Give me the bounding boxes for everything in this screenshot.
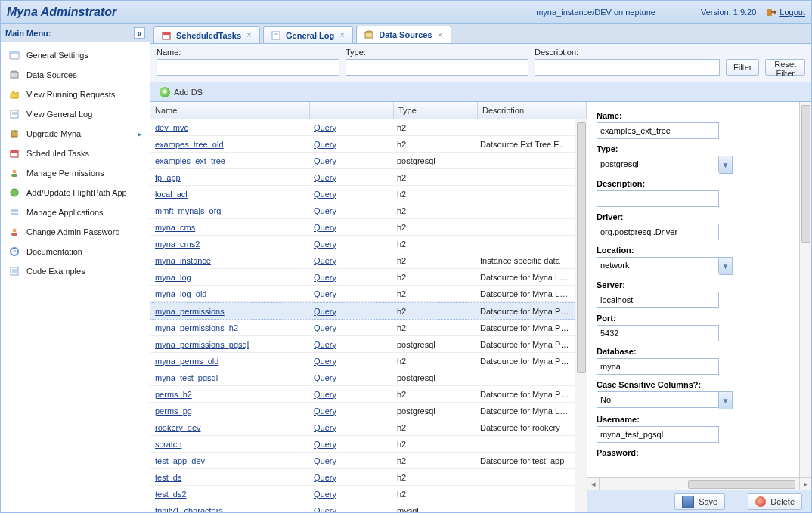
reset-filter-button[interactable]: Reset Filter: [765, 59, 805, 76]
ds-name-link[interactable]: test_ds2: [155, 490, 187, 499]
tab-data-sources[interactable]: Data Sources×: [356, 26, 451, 43]
ds-query-link[interactable]: Query: [314, 289, 336, 298]
ds-name-link[interactable]: myna_test_pgsql: [155, 373, 218, 382]
filter-desc-input[interactable]: [535, 59, 720, 76]
sidebar-item-view-running-requests[interactable]: View Running Requests: [1, 85, 150, 104]
ds-name-link[interactable]: myna_cms2: [155, 240, 200, 249]
ds-query-link[interactable]: Query: [314, 456, 336, 465]
form-vscrollbar[interactable]: [799, 102, 811, 477]
ds-name-link[interactable]: myna_permissions_pgsql: [155, 340, 249, 349]
form-server-input[interactable]: [597, 292, 719, 308]
table-row[interactable]: examples_ext_treeQuerypostgresql: [150, 153, 575, 169]
ds-query-link[interactable]: Query: [314, 406, 336, 416]
sidebar-collapse-icon[interactable]: «: [134, 27, 145, 39]
ds-name-link[interactable]: myna_cms: [155, 223, 195, 232]
table-row[interactable]: myna_cmsQueryh2: [150, 219, 575, 236]
ds-name-link[interactable]: examples_ext_tree: [155, 156, 225, 165]
ds-query-link[interactable]: Query: [314, 473, 336, 482]
form-username-input[interactable]: [597, 426, 719, 443]
form-port-input[interactable]: [597, 325, 719, 341]
table-row[interactable]: myna_cms2Queryh2: [150, 236, 575, 252]
form-case-select[interactable]: [597, 391, 719, 408]
table-row[interactable]: myna_permissions_pgsqlQuerypostgresqlDat…: [150, 336, 575, 353]
ds-name-link[interactable]: local_acl: [155, 190, 188, 199]
sidebar-item-change-admin-password[interactable]: Change Admin Password: [1, 222, 150, 242]
save-button[interactable]: Save: [674, 493, 725, 510]
ds-query-link[interactable]: Query: [314, 340, 336, 349]
tab-scheduledtasks[interactable]: ScheduledTasks×: [153, 26, 260, 43]
ds-name-link[interactable]: myna_permissions: [155, 307, 225, 316]
ds-query-link[interactable]: Query: [314, 273, 336, 282]
col-header-type[interactable]: Type: [394, 102, 478, 119]
ds-query-link[interactable]: Query: [314, 373, 336, 382]
ds-query-link[interactable]: Query: [314, 156, 336, 165]
table-row[interactable]: myna_perms_oldQueryh2Datsource for Myna …: [150, 353, 575, 369]
table-row[interactable]: perms_h2Queryh2Datsource for Myna Pe…: [150, 386, 575, 403]
table-row[interactable]: mmft_mynajs_orgQueryh2: [150, 202, 575, 219]
sidebar-item-add-update-flightpath-app[interactable]: Add/Update FlightPath App: [1, 183, 150, 202]
ds-name-link[interactable]: mmft_mynajs_org: [155, 206, 221, 215]
ds-name-link[interactable]: test_app_dev: [155, 456, 205, 465]
table-row[interactable]: local_aclQueryh2: [150, 186, 575, 202]
col-header-query[interactable]: [310, 102, 394, 119]
table-row[interactable]: myna_permissions_h2Queryh2Datsource for …: [150, 320, 575, 336]
table-row[interactable]: test_app_devQueryh2Datsource for test_ap…: [150, 453, 575, 469]
tab-general-log[interactable]: General Log×: [263, 26, 353, 43]
table-row[interactable]: myna_permissionsQueryh2Datsource for Myn…: [150, 302, 575, 320]
form-location-select[interactable]: [597, 257, 719, 273]
ds-name-link[interactable]: perms_h2: [155, 390, 192, 399]
table-row[interactable]: fp_appQueryh2: [150, 169, 575, 186]
sidebar-item-manage-applications[interactable]: Manage Applications: [1, 202, 150, 222]
add-ds-button[interactable]: + Add DS: [155, 85, 207, 99]
ds-name-link[interactable]: scratch: [155, 440, 181, 449]
chevron-down-icon[interactable]: ▼: [719, 391, 733, 409]
table-row[interactable]: myna_instanceQueryh2Instance specific da…: [150, 252, 575, 269]
table-row[interactable]: test_ds2Queryh2: [150, 486, 575, 502]
table-row[interactable]: exampes_tree_oldQueryh2Datsource Ext Tre…: [150, 136, 575, 153]
ds-query-link[interactable]: Query: [314, 140, 336, 149]
form-hscrollbar[interactable]: ◂▸: [587, 477, 811, 490]
ds-query-link[interactable]: Query: [314, 490, 336, 499]
form-name-input[interactable]: [597, 122, 719, 139]
ds-query-link[interactable]: Query: [314, 223, 336, 232]
sidebar-item-documentation[interactable]: ?Documentation: [1, 242, 150, 261]
sidebar-item-manage-permissions[interactable]: Manage Permissions: [1, 163, 150, 183]
ds-query-link[interactable]: Query: [314, 190, 336, 199]
tab-close-icon[interactable]: ×: [436, 31, 445, 39]
filter-button[interactable]: Filter: [726, 59, 759, 76]
filter-name-input[interactable]: [157, 59, 339, 76]
ds-name-link[interactable]: test_ds: [155, 473, 181, 482]
ds-name-link[interactable]: myna_log_old: [155, 289, 207, 298]
ds-query-link[interactable]: Query: [314, 173, 336, 182]
col-header-name[interactable]: Name: [150, 102, 310, 119]
ds-name-link[interactable]: myna_log: [155, 273, 191, 282]
chevron-down-icon[interactable]: ▼: [719, 156, 733, 174]
ds-name-link[interactable]: myna_perms_old: [155, 357, 218, 366]
ds-query-link[interactable]: Query: [314, 307, 336, 316]
ds-name-link[interactable]: trinity1_characters: [155, 506, 223, 514]
table-row[interactable]: dev_mvcQueryh2: [150, 119, 575, 136]
ds-name-link[interactable]: myna_instance: [155, 256, 211, 265]
sidebar-item-data-sources[interactable]: Data Sources: [1, 65, 150, 85]
sidebar-item-upgrade-myna[interactable]: Upgrade Myna▸: [1, 124, 150, 144]
sidebar-item-general-settings[interactable]: General Settings: [1, 45, 150, 65]
ds-name-link[interactable]: dev_mvc: [155, 123, 188, 132]
ds-name-link[interactable]: myna_permissions_h2: [155, 323, 238, 332]
chevron-down-icon[interactable]: ▼: [719, 257, 733, 275]
grid-vscrollbar[interactable]: [575, 119, 587, 513]
ds-name-link[interactable]: exampes_tree_old: [155, 140, 224, 149]
sidebar-item-view-general-log[interactable]: View General Log: [1, 104, 150, 124]
delete-button[interactable]: − Delete: [748, 493, 802, 510]
table-row[interactable]: trinity1_charactersQuerymysql: [150, 502, 575, 513]
logout-link[interactable]: Logout: [765, 6, 805, 18]
ds-name-link[interactable]: fp_app: [155, 173, 181, 182]
ds-name-link[interactable]: rookery_dev: [155, 423, 201, 432]
table-row[interactable]: myna_log_oldQueryh2Datsource for Myna Lo…: [150, 286, 575, 302]
sidebar-item-code-examples[interactable]: Code Examples: [1, 261, 150, 281]
table-row[interactable]: myna_logQueryh2Datsource for Myna Lo…: [150, 269, 575, 286]
ds-query-link[interactable]: Query: [314, 123, 336, 132]
form-driver-input[interactable]: [597, 224, 719, 240]
table-row[interactable]: myna_test_pgsqlQuerypostgresql: [150, 369, 575, 386]
table-row[interactable]: scratchQueryh2: [150, 436, 575, 453]
ds-query-link[interactable]: Query: [314, 206, 336, 215]
